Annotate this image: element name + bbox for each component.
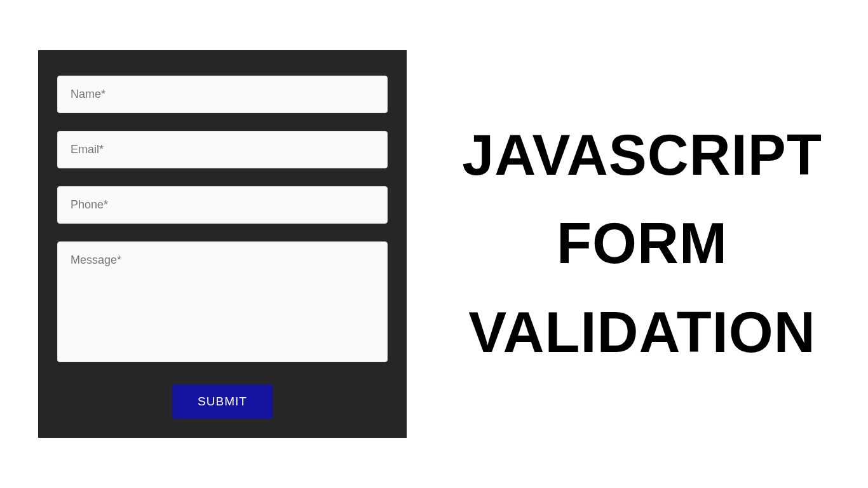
main-container: SUBMIT JAVASCRIPT FORM VALIDATION: [0, 50, 868, 438]
message-textarea[interactable]: [57, 241, 388, 362]
form-panel: SUBMIT: [38, 50, 407, 438]
title-block: JAVASCRIPT FORM VALIDATION: [454, 111, 830, 377]
title-line-2: FORM: [454, 200, 830, 288]
title-line-1: JAVASCRIPT: [454, 111, 830, 200]
name-input[interactable]: [57, 76, 388, 113]
title-line-3: VALIDATION: [454, 288, 830, 377]
email-input[interactable]: [57, 131, 388, 168]
submit-button[interactable]: SUBMIT: [172, 384, 273, 419]
phone-input[interactable]: [57, 186, 388, 224]
